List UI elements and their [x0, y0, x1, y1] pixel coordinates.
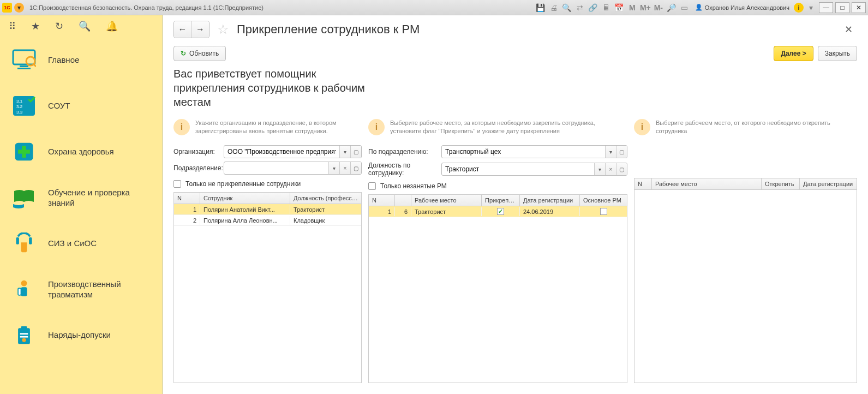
close-window-button[interactable]: ✕: [852, 2, 866, 13]
th-date[interactable]: Дата регистрации: [520, 195, 580, 206]
th-n[interactable]: N: [369, 195, 395, 206]
close-label: Закрыть: [825, 50, 850, 57]
hint-icon: i: [368, 119, 385, 135]
info-icon[interactable]: i: [794, 3, 804, 13]
table-row[interactable]: 2Полярина Алла Леоновн...Кладовщик: [174, 215, 361, 226]
refresh-icon: ↻: [181, 50, 186, 57]
history-icon[interactable]: ↻: [55, 20, 63, 32]
back-button[interactable]: ←: [174, 21, 191, 38]
calendar-icon[interactable]: 📅: [613, 2, 625, 14]
sidebar-item-permits[interactable]: Наряды-допуски: [0, 312, 162, 358]
table-row[interactable]: 1Полярин Анатолий Викт...Тракторист: [174, 204, 361, 215]
next-button[interactable]: Далее >: [774, 46, 813, 61]
dropdown-button[interactable]: ▾: [339, 146, 350, 158]
sidebar-item-main[interactable]: Главное: [0, 37, 162, 83]
employees-table: N Сотрудник Должность (профессия) 1Поляр…: [173, 192, 362, 383]
print-icon[interactable]: 🖨: [548, 2, 560, 14]
th-workplace[interactable]: Рабочее место: [411, 195, 482, 206]
svg-rect-20: [20, 336, 28, 338]
calculator-icon[interactable]: 🖩: [600, 2, 612, 14]
clipboard-icon: [11, 322, 37, 348]
hint-text: Укажите организацию и подразделение, в к…: [195, 119, 362, 135]
dropdown-button[interactable]: ▾: [594, 163, 605, 175]
user-badge[interactable]: 👤 Охранов Илья Александрович: [692, 4, 793, 11]
clear-button[interactable]: ×: [339, 162, 350, 174]
cell-n: 1: [369, 207, 395, 216]
th-workplace[interactable]: Рабочее место: [652, 178, 762, 189]
open-button[interactable]: ▢: [350, 162, 361, 174]
open-button[interactable]: ▢: [350, 146, 361, 158]
cell-main[interactable]: [580, 207, 627, 216]
svg-text:3.2: 3.2: [16, 104, 23, 109]
clear-button[interactable]: ×: [605, 163, 616, 175]
cell-position: Тракторист: [290, 205, 361, 214]
table-row[interactable]: 16Тракторист✓24.06.2019: [369, 206, 627, 217]
refresh-button[interactable]: ↻ Обновить: [173, 46, 226, 61]
close-page-button[interactable]: ✕: [840, 21, 857, 38]
by-pos-input[interactable]: [442, 163, 594, 175]
m-minus-button[interactable]: M-: [653, 2, 665, 14]
injury-icon: [11, 276, 37, 302]
notifications-icon[interactable]: 🔔: [106, 20, 118, 32]
by-dept-input[interactable]: [442, 146, 605, 158]
cell-attach[interactable]: ✓: [482, 207, 520, 216]
m-button[interactable]: M: [626, 2, 638, 14]
cell-n: 2: [174, 216, 200, 225]
org-input[interactable]: [224, 146, 339, 158]
info-dropdown[interactable]: ▾: [805, 2, 817, 14]
svg-point-21: [22, 338, 26, 342]
zoom-icon[interactable]: 🔎: [666, 2, 678, 14]
save-icon[interactable]: 💾: [535, 2, 547, 14]
refresh-label: Обновить: [189, 50, 219, 57]
by-dept-label: По подразделению:: [368, 148, 438, 156]
app-menu-dropdown[interactable]: ▾: [14, 3, 24, 13]
open-button[interactable]: ▢: [616, 163, 627, 175]
health-icon: [11, 139, 37, 165]
sidebar-item-health[interactable]: Охрана здоровья: [0, 129, 162, 175]
th-attach[interactable]: Прикрепить: [482, 195, 520, 206]
maximize-button[interactable]: □: [835, 2, 849, 13]
th-employee[interactable]: Сотрудник: [200, 193, 290, 204]
sidebar-item-sout[interactable]: 3.13.23.3 СОУТ: [0, 83, 162, 129]
th-n[interactable]: N: [634, 178, 652, 189]
th-n[interactable]: N: [174, 193, 200, 204]
close-button[interactable]: Закрыть: [818, 46, 857, 61]
panels-icon[interactable]: ▭: [679, 2, 691, 14]
cell-position: Кладовщик: [290, 216, 361, 225]
th-main[interactable]: Основное РМ: [580, 195, 627, 206]
svg-rect-19: [20, 333, 28, 335]
th-date[interactable]: Дата регистрации: [800, 178, 857, 189]
checklist-icon: 3.13.23.3: [11, 93, 37, 119]
svg-text:3.3: 3.3: [16, 110, 23, 115]
hint-text: Выберите рабочеем место, от которого нео…: [656, 119, 857, 135]
th-n2[interactable]: [395, 195, 411, 206]
favorite-icon[interactable]: ★: [31, 20, 40, 32]
only-unassigned-checkbox[interactable]: [173, 180, 181, 188]
sidebar-item-training[interactable]: Обучение и проверка знаний: [0, 175, 162, 220]
sidebar-item-siz[interactable]: СИЗ и СиОС: [0, 220, 162, 266]
apps-icon[interactable]: ⠿: [9, 20, 16, 32]
svg-rect-15: [21, 287, 27, 296]
dropdown-button[interactable]: ▾: [605, 146, 616, 158]
m-plus-button[interactable]: M+: [639, 2, 651, 14]
sidebar-item-injury[interactable]: Производственный травматизм: [0, 266, 162, 312]
preview-icon[interactable]: 🔍: [561, 2, 573, 14]
user-name: Охранов Илья Александрович: [705, 4, 789, 11]
sidebar-item-label: СОУТ: [48, 100, 70, 111]
dropdown-button[interactable]: ▾: [328, 162, 339, 174]
page-title: Прикрепление сотрудников к РМ: [237, 22, 836, 37]
forward-button[interactable]: →: [191, 21, 209, 38]
sidebar-item-label: Производственный травматизм: [48, 279, 151, 300]
th-position[interactable]: Должность (профессия): [290, 193, 361, 204]
search-icon[interactable]: 🔍: [79, 20, 91, 32]
link-icon[interactable]: 🔗: [587, 2, 599, 14]
dept-input[interactable]: [224, 162, 328, 174]
th-detach[interactable]: Открепить: [762, 178, 800, 189]
favorite-star-icon[interactable]: ☆: [217, 22, 229, 37]
sidebar-item-label: Обучение и проверка знаний: [48, 187, 151, 208]
minimize-button[interactable]: —: [819, 2, 833, 13]
only-free-checkbox[interactable]: [368, 182, 376, 190]
cell-workplace: Тракторист: [411, 207, 482, 216]
compare-icon[interactable]: ⇄: [574, 2, 586, 14]
open-button[interactable]: ▢: [616, 146, 627, 158]
